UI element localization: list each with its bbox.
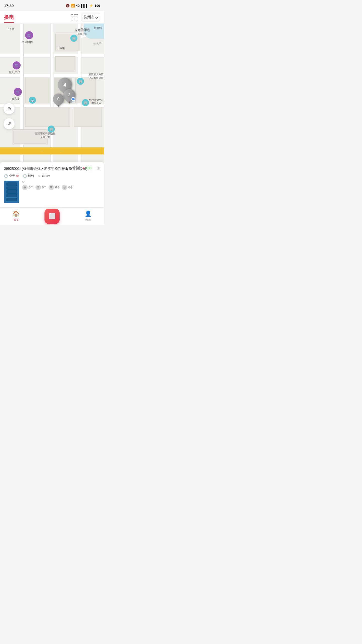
building-icon-zhejiang1[interactable]: 🏢 [77, 78, 84, 85]
header: 换电 杭州市 [0, 11, 104, 24]
survey-label[interactable]: 测 [97, 166, 101, 171]
number-50: 50 [22, 181, 100, 184]
battery-stats: 50 换 0个 充 0个 空 0个 缺 0个 [22, 181, 100, 190]
bottom-nav: 🏠 首页 ⬜ 👤 我的 [0, 207, 104, 225]
scan-icon: ⬜ [49, 213, 56, 220]
block-7 [74, 107, 102, 127]
shop-icon-haoyouduo[interactable]: 🛒 [14, 88, 22, 96]
stat-chong: 充 0个 [35, 185, 47, 190]
nav-profile[interactable]: 👤 我的 [85, 211, 92, 222]
cabinet-slot-5 [6, 198, 17, 202]
nav-home[interactable]: 🏠 首页 [13, 211, 19, 222]
reservation-info: 🕐 预约 [23, 174, 34, 178]
home-icon: 🏠 [13, 211, 19, 217]
road-v2 [50, 24, 54, 162]
label-3hao: 3号楼 [58, 46, 65, 50]
battery-cabinet-image [4, 181, 19, 203]
clock-icon: 🕐 [4, 174, 8, 178]
label-zhejiang1: 浙江浙大方圆化工有限公司 [88, 73, 104, 80]
charging-icon: ⚡ [89, 4, 93, 8]
bus-icon[interactable]: 🚌 [29, 97, 36, 104]
page-title: 换电 [4, 14, 14, 21]
huan-icon: 换 [22, 185, 28, 190]
营-icon: 营 [16, 174, 19, 178]
cabinet-slot-2 [6, 186, 17, 190]
label-hangzhou: 杭州智源电子有限公司 [89, 98, 104, 105]
label-shijihualian: 世纪华联 [9, 70, 20, 74]
grid-cell [71, 14, 73, 17]
building-icon-yusong[interactable]: 🏢 [48, 126, 55, 133]
nav-scan-button[interactable]: ⬜ [44, 209, 60, 224]
history-icon: ↺ [7, 121, 11, 127]
label-shenzhen: 深圳城铄科技有限公司 [75, 29, 90, 36]
grid-list-button[interactable] [71, 14, 78, 21]
label-haoyouduo: 好又多 [12, 97, 20, 101]
navigation-icon: ➤ [38, 174, 41, 178]
building-icon-shenzhen[interactable]: 🏢 [70, 35, 77, 42]
huan-count: 0个 [29, 185, 33, 190]
stat-kong: 空 0个 [49, 185, 60, 190]
shop-icon-shijihualian[interactable]: 🛒 [13, 61, 21, 69]
battery-level: 100 [95, 4, 100, 8]
block-6 [25, 107, 70, 127]
chevron-down-icon [95, 16, 98, 19]
que-icon: 缺 [62, 185, 67, 190]
status-bar: 17:30 🔇 📶 4G ▌▌▌ ⚡ 100 [0, 0, 104, 11]
que-count: 0个 [68, 185, 73, 190]
distance-label: 46.0m [42, 174, 50, 178]
stat-huan: 换 0个 [22, 185, 33, 190]
road-arrows: ← → [0, 147, 104, 154]
city-name: 杭州市 [83, 15, 95, 20]
signal-value: 100 [86, 166, 92, 170]
current-location-dot [71, 97, 75, 101]
status-time: 17:30 [4, 4, 14, 8]
station-card: ▌▌▌ ✕ 100 — 299280014(杭州市余杭区浙江宇松科技股份有限公司… [0, 162, 104, 207]
map-pin-2[interactable]: 2 [63, 89, 75, 104]
wifi-icon: 📶 [71, 4, 75, 8]
station-info-row: 🕐 全天 营 🕐 预约 ➤ 46.0m [4, 174, 100, 178]
label-pinquan: 品全购物 [22, 40, 33, 44]
label-yusong: 浙江宇松科技股份有限公司 [35, 132, 55, 139]
history-button[interactable]: ↺ [4, 118, 15, 129]
signal-bars-icon: ▌▌▌ [74, 166, 81, 170]
map-pin-0[interactable]: 0 [53, 94, 64, 107]
card-content: 50 换 0个 充 0个 空 0个 缺 0个 [4, 181, 100, 203]
cabinet-slot-1 [6, 182, 17, 186]
signal-error-icon: ✕ [82, 166, 85, 170]
cabinet-slot-3 [6, 190, 17, 194]
signal-4g-icon: 4G [76, 4, 80, 7]
signal-badge: ▌▌▌ ✕ 100 [74, 166, 92, 170]
crosshair-icon: ⊕ [7, 106, 11, 111]
yellow-road: ← → [0, 147, 104, 154]
kong-icon: 空 [49, 185, 54, 190]
block-2 [55, 56, 75, 71]
hours-label: 全天 [9, 174, 15, 178]
stats-row: 换 0个 充 0个 空 0个 缺 0个 [22, 185, 100, 190]
header-right: 杭州市 [71, 14, 100, 21]
mute-icon: 🔇 [66, 4, 70, 8]
city-selector[interactable]: 杭州市 [81, 14, 100, 21]
clock2-icon: 🕐 [23, 174, 27, 178]
grid-line [74, 14, 78, 17]
chong-count: 0个 [42, 185, 47, 190]
distance-info: ➤ 46.0m [38, 174, 50, 178]
label-jingdaxian: 荆大线 [94, 26, 102, 30]
grid-cell [71, 18, 73, 20]
label-2hao: 2号楼 [8, 27, 15, 31]
building-icon-hangzhou[interactable]: 🏢 [82, 99, 89, 106]
map-area[interactable]: 2号楼 21号楼 3号楼 荆大线 荆大线 永 🛒 品全购物 🛒 世纪华联 🛒 好… [0, 24, 104, 162]
profile-label: 我的 [85, 218, 91, 222]
stat-que: 缺 0个 [62, 185, 73, 190]
signal-bars-icon: ▌▌▌ [81, 4, 88, 8]
kong-count: 0个 [55, 185, 60, 190]
status-icons: 🔇 📶 4G ▌▌▌ ⚡ 100 [66, 4, 100, 8]
cabinet-slot-4 [6, 194, 17, 198]
shop-icon-pinquan[interactable]: 🛒 [25, 31, 33, 39]
profile-icon: 👤 [85, 211, 92, 217]
location-button[interactable]: ⊕ [4, 103, 15, 114]
chong-icon: 充 [35, 185, 41, 190]
home-label: 首页 [13, 218, 19, 222]
hours-info: 🕐 全天 营 [4, 174, 19, 178]
grid-line [74, 18, 78, 20]
reservation-label: 预约 [28, 174, 34, 178]
